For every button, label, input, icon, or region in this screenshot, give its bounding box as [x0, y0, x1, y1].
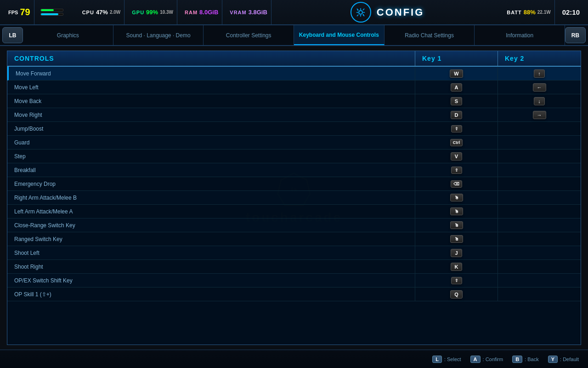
table-row[interactable]: Move Right D →	[7, 108, 581, 122]
key1-cell[interactable]: Ctrl	[415, 136, 498, 149]
control-name: OP Skill 1 (⇧+)	[7, 288, 415, 301]
tab-sound[interactable]: Sound · Language · Demo	[113, 25, 204, 45]
time-segment: 02:10	[559, 0, 583, 24]
key2-cell[interactable]	[498, 288, 581, 301]
top-hud: FPS 79 CPU 47% 2.0W GPU 99% 10.3W RAM 8.…	[0, 0, 588, 25]
table-row[interactable]: OP/EX Switch Shift Key ⇧	[7, 274, 581, 288]
key1-cell[interactable]: ⇧	[415, 163, 498, 177]
control-name: Emergency Drop	[7, 177, 415, 190]
key1-cell[interactable]: 🖱	[415, 205, 498, 218]
rb-button[interactable]: RB	[565, 27, 586, 43]
key1-cell[interactable]: S	[415, 94, 498, 108]
table-row[interactable]: Left Arm Attack/Melee A 🖱	[7, 205, 581, 218]
control-name: Move Back	[7, 94, 415, 108]
y-badge: Y	[548, 356, 558, 363]
key2-cell[interactable]	[498, 274, 581, 287]
config-title-area: CONFIG	[351, 2, 424, 23]
table-row[interactable]: Emergency Drop ⌫	[7, 177, 581, 191]
key1-cell[interactable]: 🖱	[415, 191, 498, 204]
key1-cell[interactable]: A	[415, 80, 498, 94]
control-name: Breakfall	[7, 163, 415, 177]
lb-button[interactable]: LB	[2, 27, 23, 43]
table-row[interactable]: Shoot Left J	[7, 246, 581, 260]
tab-information[interactable]: Information	[475, 25, 565, 45]
nav-bar: LB Graphics Sound · Language · Demo Cont…	[0, 25, 588, 46]
gpu-segment: GPU 99% 10.3W	[128, 0, 177, 24]
key2-cell[interactable]	[498, 163, 581, 177]
control-name: Guard	[7, 136, 415, 149]
table-row[interactable]: Jump/Boost ⇧	[7, 122, 581, 136]
key1-cell[interactable]: Q	[415, 288, 498, 301]
tab-graphics[interactable]: Graphics	[23, 25, 113, 45]
vram-value: 3.8GiB	[249, 9, 267, 16]
col-key2: Key 2	[498, 51, 581, 66]
hint-back: B : Back	[512, 356, 539, 363]
key2-cell[interactable]	[498, 205, 581, 218]
vram-segment: VRAM 3.8GiB	[226, 0, 271, 24]
key1-badge: Ctrl	[450, 139, 463, 146]
key1-cell[interactable]: 🖱	[415, 232, 498, 246]
key1-cell[interactable]: ⇧	[415, 122, 498, 135]
key1-cell[interactable]: W	[415, 67, 498, 80]
tab-controller[interactable]: Controller Settings	[204, 25, 294, 45]
key2-cell[interactable]: →	[498, 108, 581, 121]
key1-badge: A	[451, 83, 463, 92]
key2-badge: ↑	[534, 69, 545, 78]
tab-keyboard[interactable]: Keyboard and Mouse Controls	[294, 25, 384, 45]
key2-cell[interactable]	[498, 136, 581, 149]
gear-icon	[351, 2, 371, 23]
table-row[interactable]: Ranged Switch Key 🖱	[7, 232, 581, 246]
key2-cell[interactable]	[498, 150, 581, 163]
key1-cell[interactable]: ⇧	[415, 274, 498, 287]
key1-cell[interactable]: K	[415, 260, 498, 273]
key2-cell[interactable]	[498, 246, 581, 259]
control-name: Left Arm Attack/Melee A	[7, 205, 415, 218]
table-row[interactable]: Shoot Right K	[7, 260, 581, 274]
key2-cell[interactable]	[498, 177, 581, 190]
table-row[interactable]: Move Back S ↓	[7, 94, 581, 108]
control-name: Move Forward	[9, 67, 415, 80]
key2-cell[interactable]	[498, 191, 581, 204]
key2-cell[interactable]	[498, 232, 581, 246]
key1-cell[interactable]: D	[415, 108, 498, 121]
key2-cell[interactable]: ↑	[498, 67, 581, 80]
fps-segment: FPS 79	[5, 0, 34, 24]
bar1-fill	[41, 9, 54, 11]
svg-point-0	[359, 11, 362, 14]
control-name: Shoot Left	[7, 246, 415, 259]
key1-badge: ⇧	[451, 167, 462, 174]
key2-cell[interactable]: ↓	[498, 94, 581, 108]
ram-value: 8.0GiB	[199, 9, 218, 16]
hint-select: L : Select	[432, 356, 461, 363]
table-row[interactable]: Move Forward W ↑	[7, 67, 581, 80]
table-row[interactable]: Breakfall ⇧	[7, 163, 581, 177]
key1-badge: ⇧	[451, 125, 462, 132]
hint-default: Y : Default	[548, 356, 579, 363]
table-row[interactable]: Guard Ctrl	[7, 136, 581, 150]
key1-cell[interactable]: V	[415, 150, 498, 163]
ram-segment: RAM 8.0GiB	[181, 0, 222, 24]
key1-cell[interactable]: 🖱	[415, 218, 498, 232]
mini-bars	[38, 9, 75, 16]
control-name: Shoot Right	[7, 260, 415, 273]
key2-cell[interactable]: ←	[498, 80, 581, 94]
key2-cell[interactable]	[498, 218, 581, 232]
vram-label: VRAM	[230, 10, 246, 15]
key2-cell[interactable]	[498, 122, 581, 135]
back-label: : Back	[525, 356, 539, 362]
key1-badge: 🖱	[450, 207, 463, 215]
key1-cell[interactable]: ⌫	[415, 177, 498, 190]
table-row[interactable]: Move Left A ←	[7, 80, 581, 94]
key2-cell[interactable]	[498, 260, 581, 273]
main-content: ta toucharcade CONTROLS Key 1 Key 2 Move…	[0, 46, 588, 350]
hint-confirm: A : Confirm	[470, 356, 503, 363]
tab-radio[interactable]: Radio Chat Settings	[384, 25, 475, 45]
table-row[interactable]: Step V	[7, 150, 581, 163]
fps-label: FPS	[8, 10, 18, 15]
table-row[interactable]: OP Skill 1 (⇧+) Q	[7, 288, 581, 301]
key1-cell[interactable]: J	[415, 246, 498, 259]
a-badge: A	[470, 356, 481, 363]
table-row[interactable]: Right Arm Attack/Melee B 🖱	[7, 191, 581, 205]
table-row[interactable]: Close-Range Switch Key 🖱	[7, 218, 581, 232]
b-badge: B	[512, 356, 522, 363]
